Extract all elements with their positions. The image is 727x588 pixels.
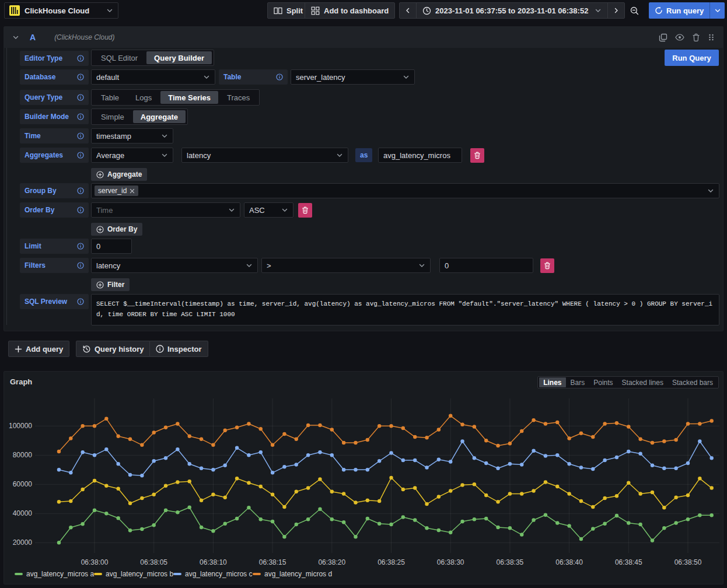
svg-text:avg_latency_micros c: avg_latency_micros c (185, 570, 252, 578)
info-icon (77, 262, 84, 269)
zoom-out-button[interactable] (627, 2, 642, 19)
order-by-direction-select[interactable]: ASC (244, 202, 293, 218)
svg-text:06:38:35: 06:38:35 (497, 558, 524, 566)
clock-icon (422, 6, 431, 15)
query-editor-panel: A (ClickHouse Cloud) Editor Type SQL Edi… (4, 26, 723, 331)
info-icon (77, 74, 84, 80)
drag-handle-icon[interactable] (708, 33, 715, 41)
editor-type-option-builder[interactable]: Query Builder (146, 51, 212, 64)
query-row-header[interactable]: A (ClickHouse Cloud) (4, 27, 723, 48)
split-button[interactable]: Split (267, 2, 309, 19)
collapse-icon[interactable] (12, 34, 19, 41)
query-header-actions (659, 33, 715, 42)
svg-text:06:38:10: 06:38:10 (200, 558, 227, 566)
delete-query-icon[interactable] (692, 33, 700, 42)
query-type-option-timeseries[interactable]: Time Series (160, 91, 218, 104)
field-label-database: Database (20, 69, 89, 85)
close-icon[interactable] (130, 188, 135, 194)
circle-plus-icon (96, 226, 104, 233)
chevron-down-icon (336, 152, 343, 159)
time-picker-group: 2023-11-01 06:37:55 to 2023-11-01 06:38:… (399, 2, 625, 19)
add-order-by-button[interactable]: Order By (91, 223, 142, 236)
inspector-button[interactable]: Inspector (149, 341, 208, 357)
sync-icon (655, 6, 663, 15)
info-icon (77, 94, 84, 101)
add-to-dashboard-label: Add to dashboard (324, 6, 389, 15)
svg-text:06:38:45: 06:38:45 (615, 558, 642, 566)
field-label-group-by: Group By (20, 183, 89, 198)
query-type-toggle: Table Logs Time Series Traces (91, 89, 260, 106)
chevron-down-icon (161, 132, 168, 139)
order-by-column-select[interactable]: Time (91, 202, 240, 218)
table-select[interactable]: server_latency (291, 69, 415, 85)
info-icon (276, 74, 283, 80)
add-aggregate-button[interactable]: Aggregate (91, 168, 147, 181)
query-type-option-traces[interactable]: Traces (219, 91, 257, 104)
database-select[interactable]: default (91, 69, 215, 85)
chevron-right-icon (613, 7, 620, 14)
remove-order-by-button[interactable] (298, 203, 312, 218)
group-by-select[interactable]: server_id (91, 183, 719, 198)
chevron-down-icon (714, 7, 721, 14)
run-query-dropdown[interactable] (709, 2, 725, 19)
search-minus-icon (630, 6, 639, 15)
editor-type-toggle: SQL Editor Query Builder (91, 50, 214, 66)
circle-plus-icon (96, 281, 104, 289)
chevron-left-icon (404, 7, 411, 14)
split-label: Split (286, 6, 303, 15)
graph-panel: Graph Lines Bars Points Stacked lines St… (4, 371, 723, 584)
run-query-button[interactable]: Run query (649, 2, 709, 19)
datasource-name: ClickHouse Cloud (25, 6, 102, 15)
filter-value-input[interactable]: 0 (439, 258, 533, 273)
time-series-chart[interactable]: 06:38:0006:38:0506:38:1006:38:1506:38:20… (4, 372, 723, 584)
add-filter-button[interactable]: Filter (91, 278, 130, 291)
field-label-filters: Filters (20, 258, 89, 273)
editor-type-option-sql[interactable]: SQL Editor (93, 51, 145, 64)
run-query-button-panel[interactable]: Run Query (665, 50, 719, 66)
query-ref-id: A (30, 33, 36, 42)
svg-text:06:38:30: 06:38:30 (437, 558, 464, 566)
remove-aggregate-button[interactable] (470, 148, 484, 163)
field-label-table: Table (219, 69, 288, 85)
limit-input[interactable]: 0 (91, 239, 132, 254)
time-column-select[interactable]: timestamp (91, 128, 173, 144)
svg-text:avg_latency_micros b: avg_latency_micros b (106, 570, 173, 578)
builder-mode-toggle: Simple Aggregate (91, 108, 188, 125)
query-type-option-table[interactable]: Table (93, 91, 127, 104)
aggregate-column-select[interactable]: latency (181, 148, 348, 163)
filter-column-select[interactable]: latency (91, 258, 258, 273)
svg-text:06:38:40: 06:38:40 (555, 558, 583, 566)
chevron-down-icon (281, 206, 288, 214)
builder-mode-option-aggregate[interactable]: Aggregate (133, 110, 186, 123)
remove-filter-button[interactable] (540, 258, 554, 273)
duplicate-query-icon[interactable] (659, 33, 667, 42)
query-row-indent-line (6, 48, 7, 325)
field-label-limit: Limit (20, 239, 89, 254)
field-label-editor-type: Editor Type (20, 51, 89, 66)
query-type-option-logs[interactable]: Logs (128, 91, 159, 104)
topbar: ClickHouse Cloud Split Add to dashboard … (0, 0, 727, 22)
history-icon (82, 345, 91, 354)
svg-text:06:38:20: 06:38:20 (318, 558, 345, 566)
info-icon (77, 243, 84, 250)
datasource-picker[interactable]: ClickHouse Cloud (4, 2, 118, 19)
clickhouse-logo-icon (9, 5, 20, 16)
filter-operator-select[interactable]: > (261, 258, 431, 273)
toggle-visibility-icon[interactable] (675, 34, 684, 41)
apps-icon (311, 6, 320, 15)
time-range-picker[interactable]: 2023-11-01 06:37:55 to 2023-11-01 06:38:… (416, 2, 608, 19)
time-forward-button[interactable] (607, 2, 625, 19)
sql-preview: SELECT $__timeInterval(timestamp) as tim… (91, 294, 719, 326)
group-by-tag[interactable]: server_id (95, 186, 138, 196)
query-history-button[interactable]: Query history (76, 341, 151, 357)
add-query-button[interactable]: Add query (8, 341, 69, 357)
time-range-label: 2023-11-01 06:37:55 to 2023-11-01 06:38:… (435, 6, 588, 15)
info-icon (77, 206, 84, 214)
time-back-button[interactable] (399, 2, 417, 19)
add-to-dashboard-button[interactable]: Add to dashboard (305, 2, 395, 19)
aggregate-function-select[interactable]: Average (91, 148, 173, 163)
info-icon (77, 113, 84, 120)
aggregate-alias-input[interactable]: avg_latency_micros (378, 148, 462, 163)
info-icon (77, 55, 84, 62)
builder-mode-option-simple[interactable]: Simple (93, 110, 132, 123)
